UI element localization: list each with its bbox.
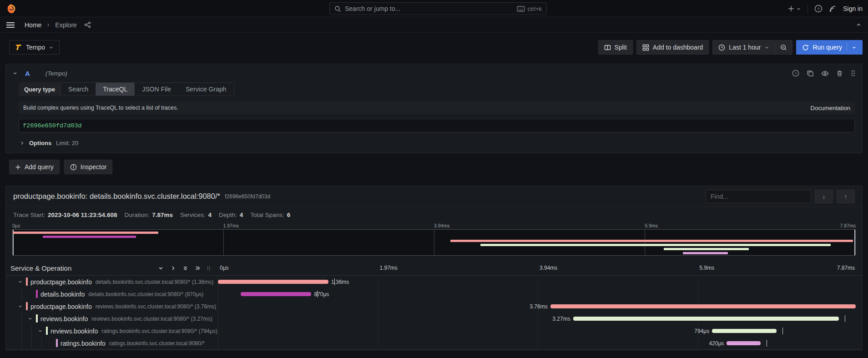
inspector-button[interactable]: Inspector xyxy=(64,160,113,174)
collapse-chevron-icon[interactable] xyxy=(12,71,18,76)
trace-title: productpage.bookinfo: details.bookinfo.s… xyxy=(13,192,220,201)
span-bar[interactable] xyxy=(241,292,311,296)
expand-all-double-chevron-right-icon[interactable] xyxy=(195,265,201,271)
query-type-tabs: SearchTraceQLJSON FileService Graph xyxy=(61,82,234,96)
split-button[interactable]: Split xyxy=(598,40,633,55)
span-timeline-cell[interactable]: 3.76ms xyxy=(218,300,858,313)
query-type-label: Query type xyxy=(19,82,61,96)
datasource-picker[interactable]: Tempo xyxy=(9,40,60,55)
tab-json-file[interactable]: JSON File xyxy=(135,83,178,96)
span-name-cell[interactable]: ratings.bookinforatings.bookinfo.svc.clu… xyxy=(6,337,218,349)
tree-guide-line xyxy=(21,313,22,325)
new-menu-button[interactable] xyxy=(788,5,801,12)
column-resizer-handle[interactable]: || xyxy=(207,265,211,272)
span-bar[interactable] xyxy=(573,317,839,321)
minimap-span-bar xyxy=(683,252,728,254)
query-datasource-hint: (Tempo) xyxy=(45,70,67,77)
query-help-icon[interactable]: ? xyxy=(792,70,799,77)
tree-guide-line xyxy=(31,325,32,337)
breadcrumb-home[interactable]: Home xyxy=(25,21,41,29)
span-name-cell[interactable]: details.bookinfodetails.bookinfo.svc.clu… xyxy=(6,288,218,300)
span-row[interactable]: ratings.bookinforatings.bookinfo.svc.clu… xyxy=(6,337,862,349)
add-to-dashboard-button[interactable]: Add to dashboard xyxy=(636,40,709,55)
minimap-box[interactable] xyxy=(12,229,856,256)
chevron-down-icon[interactable] xyxy=(38,328,43,333)
find-input[interactable] xyxy=(706,190,811,203)
rss-news-icon[interactable] xyxy=(829,5,837,13)
meta-value: 2023-10-06 11:23:54.608 xyxy=(48,212,117,218)
svg-text:?: ? xyxy=(818,6,820,11)
chevron-right-icon xyxy=(46,23,50,27)
span-row[interactable]: reviews.bookinforatings.bookinfo.svc.clu… xyxy=(6,325,862,337)
span-bar[interactable] xyxy=(727,341,761,345)
span-name-cell[interactable]: reviews.bookinforeviews.bookinfo.svc.clu… xyxy=(6,313,218,325)
minimap-span-bar xyxy=(480,244,831,246)
traceql-query-input[interactable]: f2696e650fd7d03d xyxy=(19,119,855,132)
delete-query-trash-icon[interactable] xyxy=(836,70,843,77)
grafana-logo[interactable] xyxy=(6,4,16,14)
search-input[interactable] xyxy=(345,5,517,12)
caret-up-icon[interactable] xyxy=(856,22,862,28)
duplicate-query-icon[interactable] xyxy=(807,70,814,77)
span-name-cell[interactable]: reviews.bookinforatings.bookinfo.svc.clu… xyxy=(6,325,218,337)
span-timeline-cell[interactable]: 3.27ms xyxy=(218,313,858,325)
query-row-header[interactable]: A (Tempo) ? xyxy=(6,64,862,82)
run-query-label: Run query xyxy=(812,44,842,51)
span-timeline-cell[interactable]: 1.36ms xyxy=(218,276,858,288)
tab-search[interactable]: Search xyxy=(61,83,96,96)
span-name-cell[interactable]: productpage.bookinfodetails.bookinfo.svc… xyxy=(6,276,218,288)
drag-handle-icon[interactable] xyxy=(850,70,856,77)
time-range-picker[interactable]: Last 1 hour xyxy=(712,40,775,55)
chevron-down-icon[interactable] xyxy=(852,45,857,50)
keyboard-icon xyxy=(517,6,525,12)
share-icon[interactable] xyxy=(84,21,91,28)
add-query-button[interactable]: Add query xyxy=(9,160,60,174)
span-row[interactable]: reviews.bookinforeviews.bookinfo.svc.clu… xyxy=(6,313,862,325)
span-bar[interactable] xyxy=(550,304,856,308)
chevron-down-icon[interactable] xyxy=(18,279,23,284)
chevron-down-icon[interactable] xyxy=(28,316,33,321)
span-row[interactable]: productpage.bookinforeviews.bookinfo.svc… xyxy=(6,300,862,313)
documentation-link[interactable]: Documentation xyxy=(811,105,850,111)
query-type-row: Query type SearchTraceQLJSON FileService… xyxy=(19,82,855,96)
zoom-out-time-button[interactable] xyxy=(775,40,792,55)
chevron-right-icon xyxy=(20,141,25,146)
chevron-down-icon[interactable] xyxy=(18,304,23,309)
search-icon xyxy=(334,5,341,12)
dashboard-grid-icon xyxy=(642,44,649,51)
trace-minimap[interactable]: 0μs1.97ms3.94ms5.9ms7.87ms xyxy=(12,223,856,256)
tab-service-graph[interactable]: Service Graph xyxy=(178,83,233,96)
options-summary: Limit: 20 xyxy=(56,140,78,146)
sign-in-button[interactable]: Sign in xyxy=(843,5,863,12)
run-query-button[interactable]: Run query xyxy=(796,40,863,55)
global-search[interactable]: ctrl+k xyxy=(329,2,547,15)
menu-hamburger-icon[interactable] xyxy=(6,22,15,28)
trace-meta-item: Trace Start:2023-10-06 11:23:54.608 xyxy=(13,212,117,218)
collapse-one-chevron-down-icon[interactable] xyxy=(158,265,164,271)
span-row[interactable]: details.bookinfodetails.bookinfo.svc.clu… xyxy=(6,288,862,300)
expand-one-chevron-right-icon[interactable] xyxy=(170,265,176,271)
span-operation-name: details.bookinfo.svc.cluster.local:9080/… xyxy=(88,291,203,297)
tree-guide-line xyxy=(21,337,22,349)
help-icon[interactable]: ? xyxy=(814,5,823,13)
disable-query-eye-icon[interactable] xyxy=(821,70,829,77)
find-prev-button[interactable]: ↑ xyxy=(837,190,855,203)
find-next-button[interactable]: ↓ xyxy=(815,190,833,203)
span-bar[interactable] xyxy=(712,329,777,333)
trace-view-panel: productpage.bookinfo: details.bookinfo.s… xyxy=(5,186,863,350)
span-name-cell[interactable]: productpage.bookinforeviews.bookinfo.svc… xyxy=(6,300,218,313)
traceql-description-row: Build complex queries using TraceQL to s… xyxy=(19,101,855,114)
span-event-tick xyxy=(317,291,318,297)
span-timeline-cell[interactable]: 420μs xyxy=(218,337,858,349)
tab-traceql[interactable]: TraceQL xyxy=(96,83,135,96)
button-divider xyxy=(847,43,847,51)
span-timeline-cell[interactable]: 794μs xyxy=(218,325,858,337)
collapse-all-double-chevron-down-icon[interactable] xyxy=(182,265,188,271)
span-row[interactable]: productpage.bookinfodetails.bookinfo.svc… xyxy=(6,276,862,288)
span-bar[interactable] xyxy=(218,280,328,284)
minimap-viewport-right-handle[interactable] xyxy=(854,230,855,255)
span-timeline-cell[interactable]: 870μs xyxy=(218,288,858,300)
options-row[interactable]: Options Limit: 20 xyxy=(19,140,855,146)
breadcrumb-explore[interactable]: Explore xyxy=(55,21,76,29)
chevron-down-icon xyxy=(49,45,54,50)
